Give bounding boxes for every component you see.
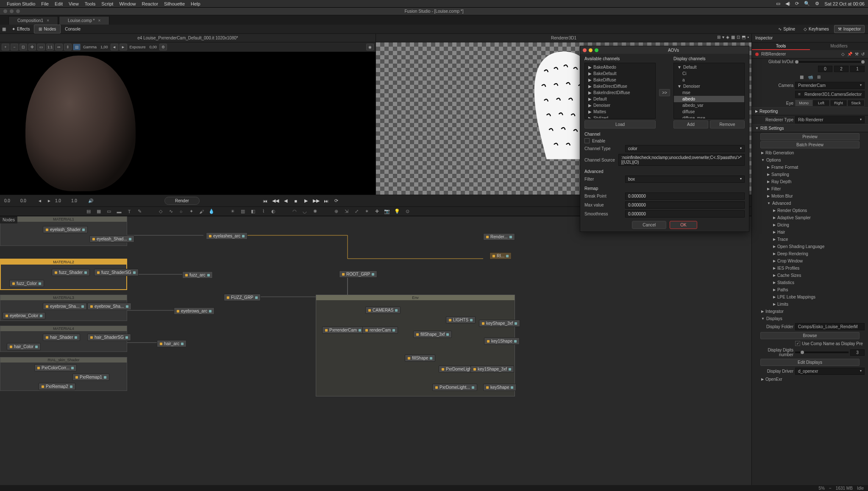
adv-hair[interactable]: ▶Hair	[752, 229, 868, 236]
tool-wand-icon[interactable]: ✦	[187, 208, 195, 215]
camera-selector-field[interactable]: = Renderer3D1.CameraSelector	[795, 91, 865, 98]
handles-icon[interactable]: ✜	[28, 44, 36, 50]
tool-mask-icon[interactable]: ▭	[105, 208, 113, 215]
view-preview-icon[interactable]: ▦	[731, 35, 735, 39]
tool-text-icon[interactable]: T	[125, 208, 133, 215]
opt-frame-format[interactable]: ▶Frame Format	[752, 164, 868, 171]
node-fillshape-3xf[interactable]: fillShape_3xf	[413, 331, 452, 338]
section-openexr[interactable]: ▶OpenExr	[752, 376, 868, 383]
mode-icon[interactable]: ⊞	[817, 75, 821, 79]
transfer-button[interactable]: >>	[659, 89, 670, 96]
tool-matte-icon[interactable]: ✶	[363, 208, 370, 215]
node-rib[interactable]: RI...	[490, 252, 512, 259]
add-button[interactable]: Add	[673, 120, 708, 128]
clip-icon[interactable]: ▤	[73, 44, 81, 50]
gain-icon[interactable]: ⚙	[159, 44, 167, 50]
smoothness-field[interactable]: 0.000000	[625, 210, 745, 218]
adv-limits[interactable]: ▶Limits	[752, 301, 868, 308]
view-save-icon[interactable]: ⬒	[742, 35, 746, 39]
tool-dropper-icon[interactable]: ▤	[85, 208, 92, 215]
tool-hue-icon[interactable]: ◐	[270, 208, 277, 215]
tool-brightness-icon[interactable]: ☀	[229, 208, 236, 215]
flow-panel[interactable]: Nodes	[0, 216, 751, 485]
display-driver-dropdown[interactable]: d_openexr▾	[795, 368, 865, 375]
menu-tools[interactable]: Tools	[85, 1, 96, 6]
tool-merge-icon[interactable]: ⊕	[332, 208, 340, 215]
menu-view[interactable]: View	[69, 1, 79, 6]
last-frame-icon[interactable]: ⏭	[323, 198, 330, 204]
left-viewer-canvas[interactable]	[0, 52, 376, 195]
tool-rect-icon[interactable]: ▬	[115, 208, 123, 215]
tool-channel-icon[interactable]: ▥	[239, 208, 247, 215]
view-close-icon[interactable]: ▪	[747, 35, 749, 39]
tool-curves-icon[interactable]: ⌇	[259, 208, 267, 215]
adv-dicing[interactable]: ▶Dicing	[752, 221, 868, 229]
anim-view-icon[interactable]: ▦	[800, 75, 804, 79]
node-eyebrow-color[interactable]: eyebrow_Color	[3, 312, 45, 319]
view-snapshot-icon[interactable]: ⊡	[737, 35, 740, 39]
node-key1shape-3xf[interactable]: key1Shape_3xf	[470, 365, 514, 373]
node-fuzz-sg[interactable]: fuzz_ShaderSG	[94, 269, 139, 276]
range-in[interactable]: 0.0	[20, 198, 34, 203]
close-window-icon[interactable]	[3, 9, 7, 13]
enable-dot-icon[interactable]	[755, 53, 759, 56]
tool-ellipse-icon[interactable]: ○	[177, 208, 185, 215]
opt-sampling[interactable]: ▶Sampling	[752, 171, 868, 178]
search-icon[interactable]: 🔍	[804, 1, 810, 6]
tab-modifiers[interactable]: Modifiers	[810, 42, 868, 50]
global-in-val[interactable]: 0	[818, 66, 832, 72]
view-layout-icon[interactable]: ⊞	[717, 35, 721, 39]
tool-pen-icon[interactable]: ✎	[136, 208, 143, 215]
tool-tracker-icon[interactable]: ✚	[373, 208, 381, 215]
opt-motion-blur[interactable]: ▶Motion Blur	[752, 192, 868, 200]
node-cameras[interactable]: CAMERAS	[365, 307, 401, 314]
keyframe-icon[interactable]: ◇	[841, 52, 845, 56]
browse-button[interactable]: Browse	[760, 332, 860, 339]
adv-crop-window[interactable]: ▶Crop Window	[752, 257, 868, 265]
menu-edit[interactable]: Edit	[55, 1, 63, 6]
section-rib-generation[interactable]: ▶Rib Generation	[752, 149, 868, 156]
channel-source-field[interactable]: :noinfinitecheck;noclamp;unoccluded;over…	[618, 154, 745, 166]
node-eyelash-sg[interactable]: eyelash_Shad...	[89, 235, 134, 243]
node-eyebrows-arc[interactable]: eyebrows_arc	[174, 307, 214, 315]
pin-icon[interactable]: 📌	[847, 52, 852, 56]
material3-group[interactable]: MATERIAL3 eyebrow_Sha... eyebrow_Sha... …	[0, 295, 127, 321]
adv-cache-sizes[interactable]: ▶Cache Sizes	[752, 272, 868, 279]
range-start[interactable]: 0.0	[4, 198, 18, 203]
node-pxrrendercam[interactable]: PxrrenderCam	[322, 326, 364, 334]
audio-icon[interactable]: 🔊	[87, 198, 94, 204]
close-icon[interactable]: ×	[98, 18, 100, 23]
play-icon[interactable]: ▶	[302, 198, 310, 204]
tool-camera-icon[interactable]: 📷	[383, 208, 391, 215]
tool-blur-icon[interactable]: ◠	[291, 208, 298, 215]
step-back-icon[interactable]: ◀	[282, 198, 289, 204]
node-hair-shader[interactable]: hair_Shader	[43, 334, 80, 341]
display-digits-val[interactable]: 3	[850, 349, 865, 356]
node-hair-color[interactable]: hair_Color	[7, 343, 41, 350]
camera-dropdown[interactable]: PxrrenderCam▾	[795, 82, 865, 89]
stop-icon[interactable]: ■	[292, 198, 300, 204]
section-integrator[interactable]: ▶Integrator	[752, 308, 868, 315]
loop-icon[interactable]: ⟳	[333, 198, 340, 204]
opt-ray-depth[interactable]: ▶Ray Depth	[752, 178, 868, 185]
global-slider[interactable]	[795, 61, 865, 63]
node-pxrremap2[interactable]: PxrRemap2	[39, 383, 75, 390]
enable-checkbox[interactable]	[584, 138, 590, 143]
dialog-titlebar[interactable]: AOVs	[580, 46, 749, 54]
tab-composition1[interactable]: Composition1 ×	[8, 16, 58, 25]
first-frame-icon[interactable]: ⏮	[262, 198, 269, 204]
range-out[interactable]: 1.0	[55, 198, 69, 203]
node-eyebrow-shader[interactable]: eyebrow_Sha...	[43, 303, 87, 310]
node-hair-sg[interactable]: hair_ShaderSG	[87, 334, 131, 341]
adv-render-options[interactable]: ▶Render Options	[752, 207, 868, 214]
menu-file[interactable]: File	[41, 1, 49, 6]
display-digits-slider[interactable]	[795, 352, 849, 353]
node-pxrcolorcorr[interactable]: PxrColorCorr...	[34, 364, 77, 371]
aovs-dialog[interactable]: AOVs Available channels ▶BakeAlbedo ▶Bak…	[580, 46, 749, 232]
tab-tools[interactable]: Tools	[752, 42, 810, 50]
node-keyshape-3xf[interactable]: keyShape_3xf	[479, 320, 520, 327]
spline-button[interactable]: ∿Spline	[775, 25, 798, 33]
material2-group[interactable]: MATERIAL2 fuzz_Shader fuzz_ShaderSG fuzz…	[0, 259, 127, 290]
camera-view-icon[interactable]: 📹	[808, 75, 813, 79]
tool-poly-icon[interactable]: ◇	[157, 208, 164, 215]
